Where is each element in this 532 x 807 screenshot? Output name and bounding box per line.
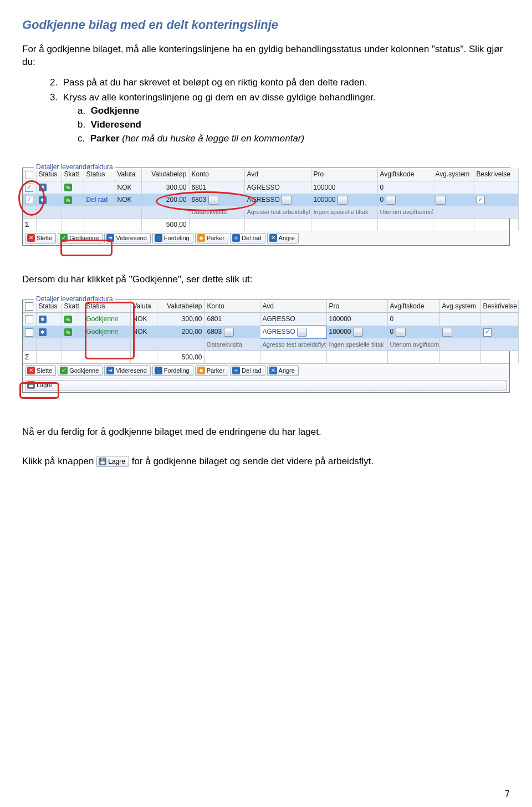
undo-button[interactable]: ✕Angre: [267, 366, 299, 376]
lookup-button[interactable]: [282, 196, 291, 205]
lookup-button[interactable]: [386, 196, 396, 205]
row-checkbox[interactable]: [483, 328, 492, 337]
intro-text: For å godkjenne bilaget, må alle konteri…: [22, 43, 510, 69]
lookup-button[interactable]: [436, 196, 446, 205]
table-row[interactable]: ✱ % Del rad NOK 200,00 6803 AGRESSO 1000…: [23, 194, 518, 206]
split-row-button[interactable]: ＋Del rad: [230, 366, 265, 376]
step-3: 3. Kryss av alle konteringslinjene og gi…: [50, 92, 510, 146]
undo-button[interactable]: ✕Angre: [267, 233, 299, 243]
row-checkbox[interactable]: [25, 315, 33, 323]
after-text-1: Nå er du ferdig for å godkjenne bilaget …: [22, 426, 510, 439]
delete-icon: ✕: [27, 234, 35, 242]
sum-row: Σ 500,00: [23, 218, 518, 231]
step-2: 2. Pass på at du har skrevet et beløpt o…: [50, 77, 510, 89]
person-icon: 👤: [155, 234, 162, 242]
plus-icon: ＋: [232, 234, 240, 242]
distribute-button[interactable]: 👤Fordeling: [152, 366, 193, 376]
status-icon: ✱: [39, 328, 47, 336]
check-icon: ✓: [60, 367, 68, 374]
step-3b: b. Videresend: [78, 119, 510, 131]
delete-button[interactable]: ✕Slette: [25, 233, 56, 243]
save-icon: 💾: [99, 458, 106, 465]
lookup-button[interactable]: [442, 328, 452, 337]
forward-button[interactable]: ➜Videresend: [104, 366, 150, 376]
undo-icon: ✕: [269, 234, 277, 242]
plus-icon: ＋: [232, 367, 240, 374]
park-button[interactable]: ■Parker: [195, 233, 228, 243]
after-text-2: Klikk på knappen 💾Lagre for å godkjenne …: [22, 455, 510, 468]
tax-icon: %: [64, 328, 72, 336]
lookup-button[interactable]: [224, 328, 234, 337]
step-3a: a. Godkjenne: [78, 105, 510, 118]
lookup-button[interactable]: [353, 328, 363, 337]
lookup-button[interactable]: [396, 328, 406, 337]
fieldset-legend: Detaljer leverandørfaktura: [34, 163, 115, 171]
mid-text: Dersom du har klikket på "Godkjenne", se…: [22, 273, 510, 286]
status-icon: ✱: [39, 316, 47, 323]
park-icon: ■: [197, 234, 205, 242]
screenshot-before: Detaljer leverandørfaktura StatusSkattSt…: [22, 168, 510, 245]
park-icon: ■: [197, 367, 205, 374]
tax-icon: %: [64, 184, 72, 191]
screenshot-after: Detaljer leverandørfaktura StatusSkattSt…: [22, 300, 510, 393]
forward-icon: ➜: [106, 367, 114, 374]
table-row[interactable]: ✱ % NOK 300,00 6801 AGRESSO 100000 0: [23, 181, 518, 194]
toolbar: ✕Slette ✓Godkjenne ➜Videresend 👤Fordelin…: [23, 363, 509, 378]
save-button-inline: 💾Lagre: [96, 456, 129, 467]
page-number: 7: [505, 788, 510, 800]
delete-button[interactable]: ✕Slette: [25, 366, 56, 376]
person-icon: 👤: [155, 367, 162, 374]
select-all-checkbox[interactable]: [25, 302, 33, 311]
lookup-button[interactable]: [297, 328, 307, 337]
approve-button[interactable]: ✓Godkjenne: [58, 366, 103, 376]
park-button[interactable]: ■Parker: [195, 366, 228, 376]
row-checkbox[interactable]: [477, 196, 485, 204]
distribute-button[interactable]: 👤Fordeling: [152, 233, 193, 243]
grid: StatusSkattStatus ValutaValutabeløpKonto…: [23, 168, 519, 231]
step-3c: c. Parker (her må du huske å legge til e…: [78, 133, 510, 145]
delete-icon: ✕: [27, 367, 35, 374]
description-row: Datarekvisita Agresso test arbeidsflyt I…: [23, 206, 518, 218]
tax-icon: %: [64, 316, 72, 323]
save-button[interactable]: 💾Lagre: [25, 380, 507, 390]
select-all-checkbox[interactable]: [25, 171, 33, 179]
section-heading: Godkjenne bilag med en delt konteringsli…: [22, 17, 510, 33]
tax-icon: %: [64, 196, 72, 204]
lookup-button[interactable]: [337, 196, 347, 205]
row-checkbox[interactable]: [25, 328, 33, 337]
split-row-button[interactable]: ＋Del rad: [230, 233, 265, 243]
undo-icon: ✕: [269, 367, 277, 374]
